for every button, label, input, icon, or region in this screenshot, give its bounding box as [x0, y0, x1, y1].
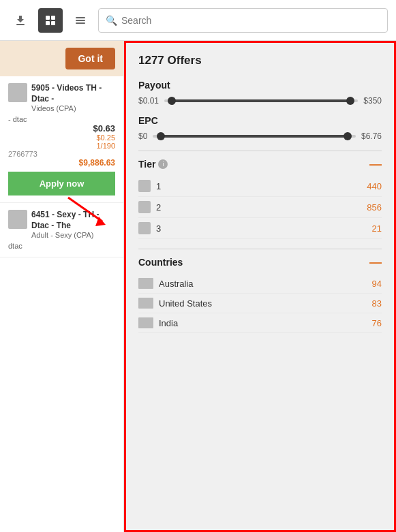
epc-label: EPC: [138, 115, 382, 126]
item-thumbnail: [8, 83, 27, 102]
tier-row-3: 3 21: [138, 218, 382, 239]
toolbar: 🔍: [0, 0, 396, 41]
item2-thumbnail: [8, 210, 27, 229]
divider-1: [138, 151, 382, 151]
svg-rect-1: [46, 16, 50, 20]
item-id: 2766773: [8, 150, 115, 158]
australia-name: Australia: [159, 279, 194, 289]
epc-track[interactable]: [153, 135, 356, 138]
tier-1-checkbox[interactable]: [138, 180, 151, 192]
us-flag: [138, 298, 153, 309]
tier-filter: Tier i — 1 440 2 856: [138, 158, 382, 239]
payout-max: $350: [363, 96, 382, 106]
tier-label: Tier: [138, 159, 155, 170]
india-name: India: [159, 318, 178, 328]
payout-fill: [172, 99, 350, 102]
country-australia-left: Australia: [138, 278, 194, 289]
main-area: Got it 5905 - Videos TH - Dtac - Videos …: [0, 41, 396, 532]
australia-count: 94: [372, 279, 382, 289]
tier-3-left: 3: [138, 222, 161, 234]
us-name: United States: [159, 298, 212, 309]
tier-collapse-button[interactable]: —: [369, 158, 382, 170]
item-subtitle: Videos (CPA): [31, 104, 115, 112]
country-row-us: United States 83: [138, 294, 382, 313]
item-epc: $0.25: [96, 134, 115, 142]
payout-label: Payout: [138, 80, 382, 91]
got-it-button[interactable]: Got it: [65, 48, 115, 69]
epc-range: $0 $6.76: [138, 131, 382, 141]
list-item: 5905 - Videos TH - Dtac - Videos (CPA) -…: [0, 76, 123, 203]
countries-header: Countries —: [138, 256, 382, 268]
svg-line-8: [68, 198, 102, 221]
tier-1-name: 1: [156, 181, 161, 191]
tier-1-left: 1: [138, 180, 161, 192]
tier-3-count: 21: [372, 223, 382, 234]
list-view-button[interactable]: [68, 8, 93, 33]
svg-rect-7: [76, 22, 85, 24]
payout-thumb-right[interactable]: [346, 97, 354, 105]
india-flag: [138, 317, 153, 328]
country-india-left: India: [138, 317, 178, 328]
payout-thumb-left[interactable]: [168, 97, 176, 105]
countries-filter: Countries — Australia 94 United States 8…: [138, 256, 382, 333]
tier-1-count: 440: [367, 181, 382, 191]
tier-3-name: 3: [156, 223, 161, 234]
payout-range: $0.01 $350: [138, 96, 382, 106]
tier-header: Tier i —: [138, 158, 382, 170]
offers-count: 1277 Offers: [138, 54, 382, 67]
tier-row-1: 1 440: [138, 176, 382, 197]
india-count: 76: [372, 318, 382, 328]
epc-thumb-right[interactable]: [344, 132, 352, 140]
epc-filter: EPC $0 $6.76: [138, 115, 382, 141]
download-button[interactable]: [8, 8, 33, 33]
tier-label-row: Tier i: [138, 159, 168, 170]
svg-rect-6: [76, 20, 85, 21]
tier-row-2: 2 856: [138, 197, 382, 218]
svg-rect-2: [51, 16, 55, 20]
tier-2-checkbox[interactable]: [138, 201, 151, 213]
right-panel: 1277 Offers Payout $0.01 $350 EPC $0: [124, 41, 396, 532]
epc-max: $6.76: [361, 131, 382, 141]
item-brand: - dtac: [8, 115, 115, 123]
country-us-left: United States: [138, 298, 212, 309]
item-payout: $0.63: [93, 123, 115, 134]
divider-2: [138, 249, 382, 249]
svg-rect-0: [16, 24, 25, 25]
got-it-banner: Got it: [0, 41, 123, 76]
search-input[interactable]: [121, 15, 380, 26]
tier-info-icon[interactable]: i: [158, 159, 168, 169]
item2-brand: dtac: [8, 242, 115, 250]
search-container: 🔍: [98, 8, 388, 33]
payout-track[interactable]: [164, 99, 358, 102]
country-row-australia: Australia 94: [138, 274, 382, 294]
item-title: 5905 - Videos TH - Dtac -: [31, 83, 115, 104]
arrow-indicator: [61, 191, 116, 234]
tier-2-name: 2: [156, 202, 161, 213]
tier-2-left: 2: [138, 201, 161, 213]
svg-rect-5: [76, 17, 85, 18]
search-icon: 🔍: [106, 15, 117, 26]
countries-collapse-button[interactable]: —: [369, 256, 382, 268]
country-row-india: India 76: [138, 313, 382, 333]
countries-label: Countries: [138, 257, 183, 268]
item-header: 5905 - Videos TH - Dtac - Videos (CPA): [8, 83, 115, 112]
epc-fill: [161, 135, 348, 138]
tier-3-checkbox[interactable]: [138, 222, 151, 234]
grid-view-button[interactable]: [38, 8, 63, 33]
item-progress: 1/190: [96, 142, 115, 150]
payout-min: $0.01: [138, 96, 159, 106]
left-panel: Got it 5905 - Videos TH - Dtac - Videos …: [0, 41, 124, 532]
epc-min: $0: [138, 131, 147, 141]
svg-rect-3: [46, 21, 50, 25]
epc-thumb-left[interactable]: [157, 132, 165, 140]
us-count: 83: [372, 298, 382, 309]
item-total: $9,886.63: [79, 158, 115, 168]
australia-flag: [138, 278, 153, 289]
svg-rect-4: [51, 21, 55, 25]
payout-filter: Payout $0.01 $350: [138, 80, 382, 106]
item-stats: - dtac $0.63 $0.25 1/190 2766773 $9,886.…: [8, 115, 115, 168]
tier-2-count: 856: [367, 202, 382, 213]
